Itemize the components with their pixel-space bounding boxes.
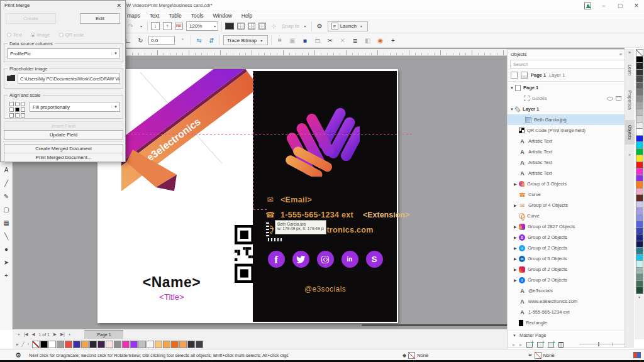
- mirror-horizontal-icon[interactable]: ⇋: [194, 36, 204, 45]
- edit-bitmap-icon[interactable]: ✂: [325, 36, 335, 45]
- collapse-icon[interactable]: «: [619, 52, 622, 57]
- visibility-eye-icon[interactable]: [607, 97, 613, 101]
- objects-tree-row[interactable]: Curve: [508, 189, 633, 200]
- objects-tree-row[interactable]: @e3socials: [508, 285, 633, 296]
- menu-bitmaps[interactable]: maps: [127, 13, 140, 19]
- redo-icon[interactable]: ↷: [126, 21, 135, 31]
- interactive-fill-tool[interactable]: ➤: [0, 256, 13, 268]
- palette-eyedropper-icon[interactable]: ╱: [22, 342, 25, 347]
- docker-tab-properties[interactable]: Properties: [628, 85, 632, 115]
- mesh-fill-tool[interactable]: ▦: [0, 216, 13, 229]
- fill-tool[interactable]: ●: [0, 243, 13, 255]
- show-guidelines-icon[interactable]: [258, 23, 266, 30]
- tree-expand-icon[interactable]: ▶: [514, 267, 519, 272]
- artistic-media-tool[interactable]: ✎: [0, 190, 13, 202]
- add-page-button[interactable]: +: [69, 332, 71, 337]
- facebook-icon[interactable]: f: [268, 251, 285, 268]
- objects-tree-row[interactable]: 1-555-565-1234 ext: [508, 307, 633, 317]
- color-swatch[interactable]: [179, 341, 187, 348]
- color-swatch[interactable]: [57, 341, 64, 348]
- objects-tree-row[interactable]: Artistic Text: [508, 168, 633, 178]
- color-swatch[interactable]: [636, 287, 643, 294]
- color-swatch[interactable]: [97, 341, 105, 348]
- color-swatch[interactable]: [65, 341, 72, 348]
- objects-tree-row[interactable]: ▶Group of 4 Objects: [508, 200, 633, 211]
- objects-tree-row[interactable]: Curve: [508, 211, 633, 221]
- twitter-icon[interactable]: [292, 251, 309, 268]
- dock-collapse-icon[interactable]: »: [628, 50, 631, 55]
- thumbnail-size-slider[interactable]: [579, 344, 625, 344]
- menu-text[interactable]: Text: [150, 13, 160, 19]
- mask-icon[interactable]: ▣: [287, 36, 297, 45]
- data-source-select[interactable]: ProfilePic ▼: [7, 48, 120, 58]
- dialog-titlebar[interactable]: Print Merge ✕: [1, 1, 125, 10]
- fullscreen-preview-icon[interactable]: [225, 23, 234, 30]
- color-swatch[interactable]: [122, 341, 130, 348]
- objects-tree-row[interactable]: ▼Page 1: [508, 82, 633, 93]
- merge-field-title[interactable]: <Title>: [115, 292, 228, 302]
- previous-page-button[interactable]: ◀: [31, 332, 35, 337]
- menu-tools[interactable]: Tools: [191, 13, 204, 19]
- launch-button[interactable]: P Launch ▾: [328, 21, 368, 31]
- color-swatch[interactable]: [73, 341, 80, 348]
- text-tool[interactable]: A: [0, 163, 13, 176]
- frame-icon[interactable]: □: [313, 36, 322, 45]
- social-handle[interactable]: @e3socials: [264, 285, 386, 293]
- plus-icon[interactable]: +: [388, 36, 397, 45]
- placeholder-path-input[interactable]: C:\Users\My PC\Documents\Work\CorelDRAW …: [18, 74, 120, 84]
- rectangle-tool[interactable]: ▢: [0, 203, 13, 216]
- move-up-icon[interactable]: ▸: [513, 342, 515, 348]
- color-swatch[interactable]: [155, 341, 162, 348]
- color-swatch[interactable]: [48, 341, 56, 348]
- tree-expand-icon[interactable]: ▶: [514, 182, 519, 186]
- color-swatch[interactable]: [40, 341, 48, 348]
- tree-expand-icon[interactable]: ▶: [514, 256, 519, 261]
- objects-tree-row[interactable]: ▶tGroup of 2 Objects: [508, 243, 633, 253]
- objects-tree-row[interactable]: Artistic Text: [508, 157, 633, 168]
- objects-tree-row[interactable]: QR Code (Print merge field): [508, 125, 633, 136]
- color-swatch[interactable]: [196, 341, 203, 348]
- color-swatch[interactable]: [106, 341, 113, 348]
- remove-icon[interactable]: ✕: [338, 36, 347, 45]
- update-field-button[interactable]: Update Field: [4, 130, 123, 140]
- menu-help[interactable]: Help: [242, 13, 252, 19]
- objects-search-input[interactable]: [510, 60, 631, 69]
- layer-manager-icon[interactable]: [511, 72, 518, 79]
- color-swatch[interactable]: [171, 341, 179, 348]
- close-button[interactable]: ✕: [633, 3, 640, 9]
- rotation-angle-input[interactable]: 0.0: [148, 36, 175, 45]
- quick-adjust-icon[interactable]: ◉: [375, 36, 385, 45]
- new-master-layer-all-icon[interactable]: [548, 342, 554, 348]
- trace-bitmap-button[interactable]: Trace Bitmap ▾: [223, 35, 268, 45]
- palette-scroll-down-icon[interactable]: ▾: [638, 295, 640, 299]
- contact-row[interactable]: ☎1-555-565-1234 ext<Extension>: [265, 209, 409, 220]
- chevron-down-icon[interactable]: ▾: [303, 24, 308, 28]
- page-tab[interactable]: Page 1: [84, 330, 123, 339]
- objects-tree-row[interactable]: ▶Group of 2 Objects: [508, 264, 633, 275]
- company-logo[interactable]: [284, 101, 360, 177]
- adjust-icon[interactable]: ≣: [350, 36, 360, 45]
- browse-folder-icon[interactable]: [7, 75, 15, 81]
- objects-tree-row[interactable]: Beth Garcia.jpg: [508, 114, 633, 125]
- document-page[interactable]: e3electronics <Name> <Title>: [97, 69, 398, 323]
- more-tools[interactable]: +: [0, 269, 13, 282]
- import-icon[interactable]: ↓: [151, 22, 160, 30]
- bezier-tool[interactable]: ╱: [0, 177, 13, 189]
- delete-icon[interactable]: [558, 342, 564, 348]
- next-page-button[interactable]: ▶: [53, 332, 57, 337]
- effects-icon[interactable]: ◧: [363, 36, 372, 45]
- guide-line[interactable]: [123, 134, 414, 134]
- master-page-row[interactable]: ▼ Master Page: [508, 330, 633, 340]
- show-grid-icon[interactable]: [248, 23, 255, 30]
- tree-expand-icon[interactable]: ▶: [514, 278, 519, 282]
- zoom-level-combo[interactable]: 120% ▾: [186, 21, 218, 31]
- move-down-icon[interactable]: ▸: [519, 342, 522, 348]
- redo-dropdown-icon[interactable]: ▾: [138, 24, 144, 28]
- fit-mode-select[interactable]: Fill proportionally ▼: [30, 102, 120, 112]
- guide-line[interactable]: [253, 71, 254, 209]
- objects-tree-row[interactable]: www.e3electronics.com: [508, 296, 633, 307]
- objects-tree-row[interactable]: ▼Layer 1: [508, 104, 633, 114]
- palette-scroll-left-icon[interactable]: ‹: [28, 342, 29, 346]
- objects-tree-row[interactable]: ▶Group of 2827 Objects: [508, 221, 633, 232]
- account-icon[interactable]: [584, 3, 591, 9]
